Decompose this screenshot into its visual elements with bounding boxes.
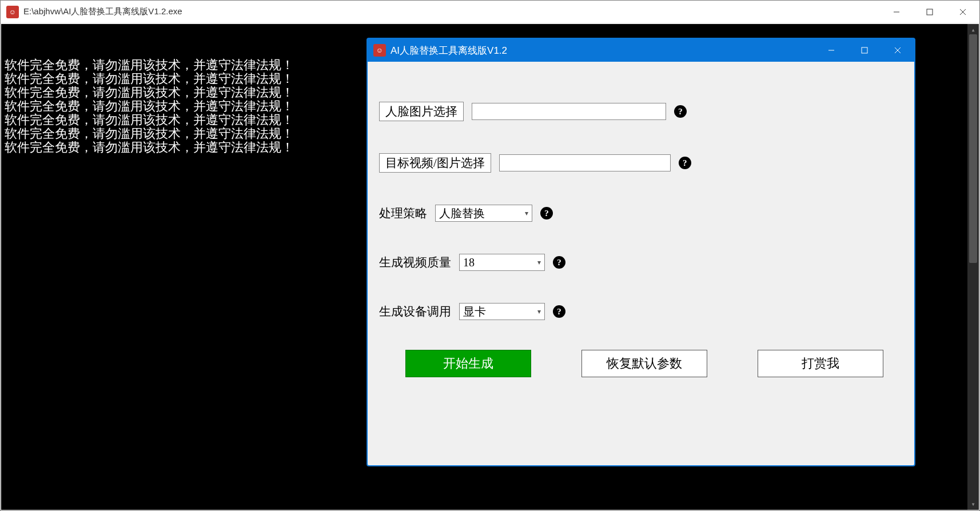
maximize-button[interactable] bbox=[913, 1, 946, 23]
dialog-close-button[interactable] bbox=[881, 39, 914, 62]
target-path-input[interactable] bbox=[499, 154, 671, 171]
help-icon[interactable]: ? bbox=[553, 305, 565, 318]
help-icon[interactable]: ? bbox=[553, 256, 565, 269]
scroll-down-icon[interactable]: ▾ bbox=[967, 498, 979, 510]
device-select[interactable]: 显卡 ▾ bbox=[459, 303, 545, 320]
svg-rect-5 bbox=[862, 47, 867, 53]
close-button[interactable] bbox=[946, 1, 979, 23]
dialog-titlebar[interactable]: ☺ AI人脸替换工具离线版V1.2 bbox=[368, 39, 914, 62]
face-image-select-button[interactable]: 人脸图片选择 bbox=[379, 102, 464, 121]
strategy-label: 处理策略 bbox=[379, 205, 427, 221]
row-quality: 生成视频质量 18 ▾ ? bbox=[379, 254, 903, 271]
face-image-path-input[interactable] bbox=[472, 103, 666, 120]
row-face-image: 人脸图片选择 ? bbox=[379, 102, 903, 121]
svg-rect-1 bbox=[927, 9, 933, 15]
quality-select[interactable]: 18 ▾ bbox=[459, 254, 545, 271]
minimize-button[interactable] bbox=[880, 1, 913, 23]
device-value: 显卡 bbox=[463, 304, 486, 320]
reset-button[interactable]: 恢复默认参数 bbox=[581, 350, 707, 377]
row-target: 目标视频/图片选择 ? bbox=[379, 153, 903, 173]
device-label: 生成设备调用 bbox=[379, 304, 451, 320]
row-strategy: 处理策略 人脸替换 ▾ ? bbox=[379, 205, 903, 222]
donate-button[interactable]: 打赏我 bbox=[758, 350, 883, 377]
dialog-title: AI人脸替换工具离线版V1.2 bbox=[391, 44, 507, 57]
chevron-down-icon: ▾ bbox=[525, 209, 528, 218]
quality-label: 生成视频质量 bbox=[379, 254, 451, 270]
strategy-select[interactable]: 人脸替换 ▾ bbox=[435, 205, 532, 222]
chevron-down-icon: ▾ bbox=[537, 258, 541, 267]
start-button[interactable]: 开始生成 bbox=[405, 350, 531, 377]
dialog-minimize-button[interactable] bbox=[815, 39, 848, 62]
help-icon[interactable]: ? bbox=[679, 157, 691, 169]
strategy-value: 人脸替换 bbox=[439, 206, 485, 221]
quality-value: 18 bbox=[463, 256, 475, 269]
dialog-app-icon: ☺ bbox=[373, 44, 386, 57]
scroll-up-icon[interactable]: ▴ bbox=[967, 24, 979, 35]
help-icon[interactable]: ? bbox=[540, 207, 553, 219]
app-icon: ☺ bbox=[6, 6, 19, 18]
dialog-body: 人脸图片选择 ? 目标视频/图片选择 ? 处理策略 人脸替换 ▾ ? 生成视频质… bbox=[368, 62, 914, 465]
console-window: ☺ E:\abjhvw\AI人脸替换工具离线版V1.2.exe 软件完全免费，请… bbox=[0, 0, 980, 511]
row-device: 生成设备调用 显卡 ▾ ? bbox=[379, 303, 903, 320]
scroll-thumb[interactable] bbox=[969, 34, 977, 263]
console-titlebar[interactable]: ☺ E:\abjhvw\AI人脸替换工具离线版V1.2.exe bbox=[1, 1, 979, 23]
dialog-window: ☺ AI人脸替换工具离线版V1.2 人脸图片选择 ? 目标视频/图片选择 bbox=[366, 38, 915, 466]
help-icon[interactable]: ? bbox=[674, 105, 687, 118]
console-title: E:\abjhvw\AI人脸替换工具离线版V1.2.exe bbox=[23, 6, 182, 17]
dialog-maximize-button[interactable] bbox=[848, 39, 881, 62]
button-row: 开始生成 恢复默认参数 打赏我 bbox=[379, 350, 903, 377]
target-select-button[interactable]: 目标视频/图片选择 bbox=[379, 153, 491, 173]
console-scrollbar[interactable]: ▴ ▾ bbox=[967, 24, 979, 510]
chevron-down-icon: ▾ bbox=[537, 308, 541, 316]
